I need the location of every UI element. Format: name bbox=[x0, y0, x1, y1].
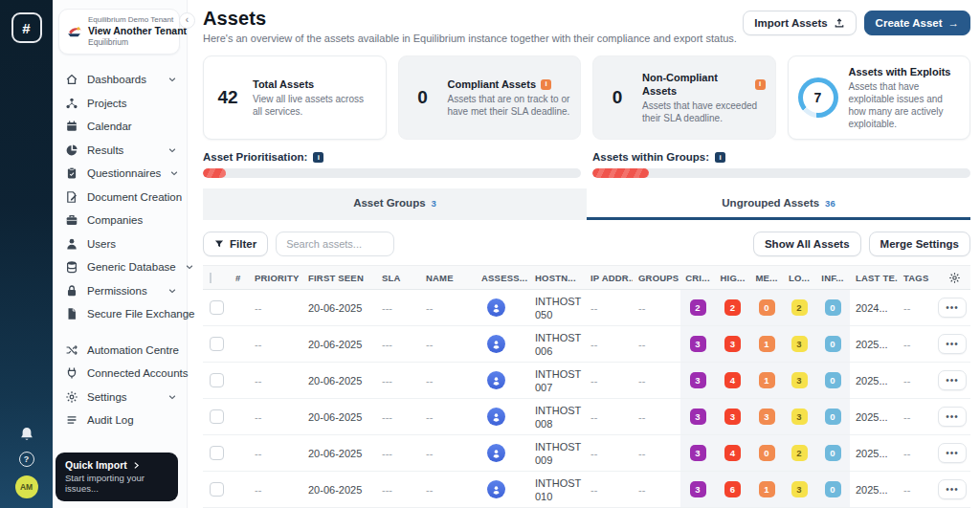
row-checkbox[interactable] bbox=[210, 409, 224, 424]
medium-badge: 1 bbox=[759, 372, 775, 388]
search-input[interactable] bbox=[276, 232, 394, 256]
filter-icon bbox=[214, 239, 224, 249]
row-actions-button[interactable]: ••• bbox=[938, 298, 967, 318]
assessor-avatar-icon[interactable] bbox=[487, 371, 505, 389]
row-checkbox[interactable] bbox=[210, 300, 224, 315]
column-header[interactable]: CRI... bbox=[680, 273, 715, 283]
import-assets-button[interactable]: Import Assets bbox=[743, 11, 856, 35]
column-header[interactable]: PRIORITY bbox=[249, 273, 302, 283]
sidebar-item-companies[interactable]: Companies bbox=[53, 209, 187, 232]
quick-import-banner[interactable]: Quick Import Start importing your issues… bbox=[56, 453, 178, 501]
assessor-avatar-icon[interactable] bbox=[487, 408, 505, 426]
show-all-assets-button[interactable]: Show All Assets bbox=[753, 232, 861, 256]
user-avatar[interactable]: AM bbox=[15, 475, 38, 498]
cell-hostname: INTHOST007 bbox=[529, 363, 585, 398]
sidebar-item-permissions[interactable]: Permissions bbox=[53, 278, 187, 302]
row-actions-button[interactable]: ••• bbox=[938, 407, 967, 427]
tenant-switcher[interactable]: Equilibrium Demo Tenant View Another Ten… bbox=[58, 9, 180, 55]
table-row[interactable]: -- 20-06-2025 --- -- INTHOST009 -- -- 3 … bbox=[203, 435, 970, 472]
app-logo[interactable]: # bbox=[11, 12, 42, 43]
column-header[interactable]: LAST TE... bbox=[850, 273, 898, 283]
sidebar-item-secure-file-exchange[interactable]: Secure File Exchange bbox=[53, 302, 187, 326]
column-header[interactable]: NAME bbox=[420, 273, 476, 283]
stat-card-compliant-assets[interactable]: 0 Compliant Assetsi Assets that are on t… bbox=[398, 55, 582, 140]
select-all-checkbox[interactable] bbox=[210, 273, 212, 283]
info-badge: 0 bbox=[825, 372, 841, 388]
column-header[interactable]: TAGS bbox=[898, 273, 932, 283]
cell-first-seen: 20-06-2025 bbox=[302, 363, 376, 398]
column-header[interactable]: GROUPS bbox=[633, 273, 680, 283]
sidebar-item-settings[interactable]: Settings bbox=[53, 385, 187, 409]
help-icon[interactable]: ? bbox=[19, 452, 34, 467]
sidebar-item-users[interactable]: Users bbox=[53, 232, 187, 255]
info-icon[interactable]: i bbox=[755, 79, 766, 90]
column-header[interactable]: # bbox=[230, 273, 249, 283]
table-row[interactable]: -- 20-06-2025 --- -- INTHOST050 -- -- 2 … bbox=[203, 290, 970, 326]
row-checkbox[interactable] bbox=[210, 337, 224, 351]
filter-button[interactable]: Filter bbox=[203, 232, 268, 256]
tab-label: Ungrouped Assets bbox=[722, 197, 819, 209]
sidebar-collapse-button[interactable]: ‹ bbox=[179, 12, 195, 29]
info-icon[interactable]: i bbox=[313, 152, 323, 163]
cell-sla: --- bbox=[376, 472, 420, 507]
cell-assessor bbox=[476, 399, 529, 434]
assessor-avatar-icon[interactable] bbox=[487, 335, 505, 353]
cell-hostname: INTHOST006 bbox=[529, 326, 585, 362]
info-icon[interactable]: i bbox=[541, 79, 551, 90]
bell-icon[interactable] bbox=[18, 426, 35, 443]
row-actions-button[interactable]: ••• bbox=[938, 479, 967, 499]
cell-groups: -- bbox=[633, 399, 680, 434]
row-checkbox[interactable] bbox=[210, 482, 224, 497]
row-checkbox[interactable] bbox=[210, 446, 224, 460]
row-actions-button[interactable]: ••• bbox=[938, 370, 967, 390]
stat-card-non-compliant-assets[interactable]: 0 Non-Compliant Assetsi Assets that have… bbox=[592, 55, 776, 140]
cell-low: 2 bbox=[783, 435, 815, 471]
table-row[interactable]: -- 20-06-2025 --- -- INTHOST007 -- -- 3 … bbox=[203, 363, 970, 399]
header-checkbox-cell bbox=[203, 273, 230, 283]
stat-card-assets-with-exploits[interactable]: 7 Assets with Exploits Assets that have … bbox=[788, 55, 971, 140]
critical-badge: 3 bbox=[690, 336, 706, 352]
sidebar-item-connected-accounts[interactable]: Connected Accounts bbox=[53, 362, 187, 386]
tab-asset-groups[interactable]: Asset Groups3 bbox=[203, 188, 587, 220]
create-asset-button[interactable]: Create Asset → bbox=[864, 11, 970, 35]
column-header[interactable]: LO... bbox=[783, 273, 815, 283]
sidebar-item-dashboards[interactable]: Dashboards bbox=[53, 68, 187, 92]
cell-ip-address: -- bbox=[585, 472, 633, 507]
info-icon[interactable]: i bbox=[715, 152, 725, 163]
row-actions-button[interactable]: ••• bbox=[938, 443, 967, 463]
table-row[interactable]: -- 20-06-2025 --- -- INTHOST010 -- -- 3 … bbox=[203, 472, 970, 508]
column-header[interactable]: ME... bbox=[750, 273, 783, 283]
sidebar-item-calendar[interactable]: Calendar bbox=[53, 115, 187, 139]
sidebar-item-questionnaires[interactable]: Questionnaires bbox=[53, 162, 187, 186]
sidebar-item-document-creation[interactable]: Document Creation bbox=[53, 185, 187, 209]
cell-groups: -- bbox=[633, 472, 680, 507]
stat-card-total-assets[interactable]: 42 Total Assets View all live assets acr… bbox=[203, 55, 387, 140]
column-header[interactable]: ASSESS... bbox=[476, 273, 529, 283]
sidebar-item-audit-log[interactable]: Audit Log bbox=[53, 409, 187, 432]
column-header[interactable]: INF... bbox=[815, 273, 850, 283]
column-header[interactable]: SLA bbox=[376, 273, 420, 283]
column-header[interactable]: FIRST SEEN bbox=[302, 273, 376, 283]
tab-ungrouped-assets[interactable]: Ungrouped Assets36 bbox=[587, 188, 970, 220]
sidebar-item-automation-centre[interactable]: Automation Centre bbox=[53, 338, 187, 362]
assessor-avatar-icon[interactable] bbox=[487, 444, 505, 462]
sidebar-item-results[interactable]: Results bbox=[53, 138, 187, 162]
column-settings-gear-icon[interactable] bbox=[932, 272, 970, 284]
assessor-avatar-icon[interactable] bbox=[487, 298, 505, 317]
column-header[interactable]: HIG... bbox=[715, 273, 750, 283]
tab-label: Asset Groups bbox=[353, 197, 425, 209]
row-actions-button[interactable]: ••• bbox=[938, 334, 967, 354]
low-badge: 2 bbox=[791, 299, 808, 316]
table-row[interactable]: -- 20-06-2025 --- -- INTHOST006 -- -- 3 … bbox=[203, 326, 970, 363]
stat-title: Compliant Assets bbox=[448, 77, 537, 91]
column-header[interactable]: IP ADDR... bbox=[585, 273, 633, 283]
merge-settings-button[interactable]: Merge Settings bbox=[869, 232, 970, 256]
table-row[interactable]: -- 20-06-2025 --- -- INTHOST008 -- -- 3 … bbox=[203, 399, 970, 435]
sidebar-item-projects[interactable]: Projects bbox=[53, 91, 187, 115]
sidebar-item-generic-database[interactable]: Generic Database bbox=[53, 255, 187, 279]
row-checkbox-cell bbox=[203, 399, 230, 434]
assessor-avatar-icon[interactable] bbox=[487, 480, 505, 498]
row-checkbox[interactable] bbox=[210, 373, 224, 387]
column-header[interactable]: HOSTN... bbox=[529, 273, 585, 283]
cell-last-tested: 2025... bbox=[850, 472, 898, 507]
